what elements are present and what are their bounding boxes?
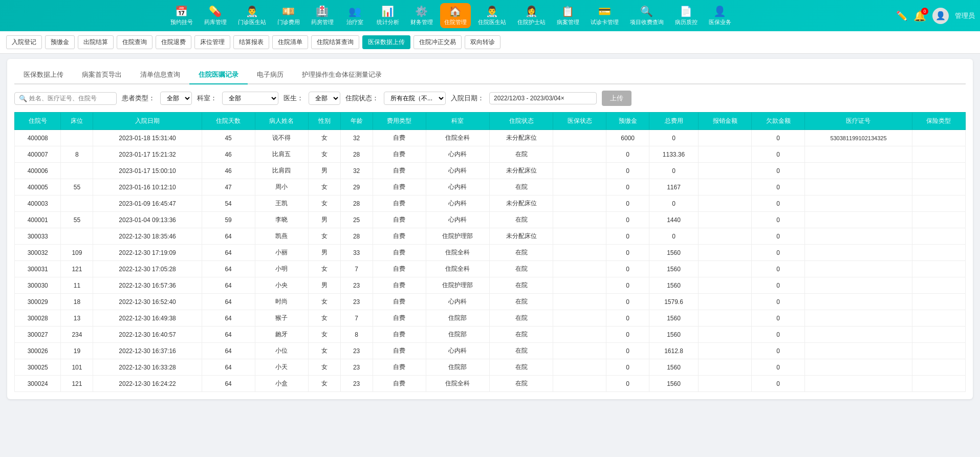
table-row[interactable]: 300026 19 2022-12-30 16:37:16 64 小位 女 23… (15, 343, 966, 359)
table-row[interactable]: 300025 101 2022-12-30 16:33:28 64 小天 女 2… (15, 359, 966, 376)
doctor-label: 医生： (284, 94, 303, 103)
cell-name: 小位 (255, 343, 308, 359)
nav-item-treatment[interactable]: 👥 治疗室 (341, 3, 369, 28)
upload-button[interactable]: 上传 (602, 91, 631, 106)
cell-fee-type: 自费 (373, 228, 426, 245)
cell-insurance-status (553, 261, 606, 277)
nav-item-inpatient-nurse[interactable]: 👩‍⚕️ 住院护士站 (513, 3, 550, 28)
cell-prepay: 0 (606, 228, 649, 245)
dept-select[interactable]: 全部 心内科 住院全科 住院护理部 住院部 (222, 92, 278, 105)
table-row[interactable]: 300029 18 2022-12-30 16:52:40 64 时尚 女 23… (15, 294, 966, 310)
table-row[interactable]: 300033 2022-12-30 18:35:46 64 凯燕 女 28 自费… (15, 228, 966, 245)
cell-age: 8 (340, 327, 373, 343)
cell-days: 54 (202, 195, 255, 212)
nav-item-history[interactable]: 📄 病历质控 (671, 3, 702, 28)
table-header-row: 住院号 床位 入院日期 住院天数 病人姓名 性别 年龄 费用类型 科室 住院状态… (15, 113, 966, 130)
table-row[interactable]: 300030 11 2022-12-30 16:57:36 64 小央 男 23… (15, 277, 966, 294)
table-row[interactable]: 400007 8 2023-01-17 15:21:32 46 比肩五 女 28… (15, 146, 966, 163)
cell-days: 64 (202, 228, 255, 245)
search-input[interactable] (29, 95, 111, 102)
btn-inpatient-list[interactable]: 住院清单 (272, 35, 308, 49)
cell-id: 400005 (15, 179, 61, 195)
btn-bed-mgmt[interactable]: 床位管理 (194, 35, 230, 49)
date-label: 入院日期： (451, 94, 484, 103)
table-row[interactable]: 300028 13 2022-12-30 16:49:38 64 猴子 女 7 … (15, 310, 966, 327)
table-row[interactable]: 300031 121 2022-12-30 17:05:28 64 小明 女 7… (15, 261, 966, 277)
table-row[interactable]: 400003 2023-01-09 16:45:47 54 王凯 女 28 自费… (15, 195, 966, 212)
tab-inpatient-records[interactable]: 住院医嘱记录 (189, 66, 248, 84)
doctor-select[interactable]: 全部 (309, 92, 340, 105)
pharmacy-icon: 💊 (209, 5, 222, 17)
date-range-input[interactable] (489, 92, 597, 104)
cell-status: 在院 (490, 310, 553, 327)
table-row[interactable]: 300027 234 2022-12-30 16:40:57 64 龅牙 女 8… (15, 327, 966, 343)
status-select[interactable]: 所有在院（不... 在院 出院 (384, 92, 446, 105)
nav-item-disease-mgmt[interactable]: 📋 病案管理 (553, 3, 583, 28)
nav-item-inpatient-doctor[interactable]: 👨‍⚕️ 住院医生站 (474, 3, 510, 28)
col-prepay: 预缴金 (606, 113, 649, 130)
btn-two-way[interactable]: 双向转诊 (465, 35, 500, 49)
tab-nursing-measure[interactable]: 护理操作生命体征测量记录 (293, 66, 391, 84)
top-navigation: 📅 预约挂号 💊 药库管理 👨‍⚕️ 门诊医生站 💴 门诊费用 🏥 药房管理 👥… (0, 0, 980, 31)
cell-insurance-type (912, 195, 965, 212)
cell-gender: 女 (308, 179, 340, 195)
col-insurance-type: 保险类型 (912, 113, 965, 130)
tab-medical-upload[interactable]: 医保数据上传 (14, 66, 73, 84)
btn-inpatient-query[interactable]: 住院查询 (117, 35, 153, 49)
cell-insurance-status (553, 376, 606, 392)
cell-name: 猴子 (255, 310, 308, 327)
inpatient-mgmt-icon: 🏠 (449, 5, 462, 17)
cell-medical-id (805, 376, 912, 392)
nav-item-outpatient[interactable]: 👨‍⚕️ 门诊医生站 (234, 3, 270, 28)
nav-item-project-fee[interactable]: 🔍 项目收费查询 (626, 3, 668, 28)
cell-medical-id (805, 212, 912, 228)
outpatient-icon: 👨‍⚕️ (246, 5, 258, 17)
main-content: 医保数据上传 病案首页导出 清单信息查询 住院医嘱记录 电子病历 护理操作生命体… (0, 54, 980, 409)
cell-dept: 住院全科 (426, 261, 489, 277)
btn-settlement-report[interactable]: 结算报表 (233, 35, 269, 49)
cell-admit-date: 2023-01-04 09:13:36 (93, 212, 202, 228)
cell-days: 47 (202, 179, 255, 195)
col-name: 病人姓名 (255, 113, 308, 130)
nav-item-scheduled[interactable]: 📅 预约挂号 (166, 3, 197, 28)
btn-admission[interactable]: 入院登记 (6, 35, 42, 49)
btn-inpatient-correct[interactable]: 住院冲正交易 (413, 35, 462, 49)
table-row[interactable]: 400001 55 2023-01-04 09:13:36 59 李晓 男 25… (15, 212, 966, 228)
search-wrap[interactable]: 🔍 (14, 92, 117, 105)
btn-inpatient-refund[interactable]: 住院退费 (156, 35, 191, 49)
nav-item-inpatient-mgmt[interactable]: 🏠 住院管理 (440, 3, 471, 28)
cell-owe: 0 (752, 130, 805, 146)
cell-days: 64 (202, 359, 255, 376)
cell-bed: 19 (61, 343, 93, 359)
patient-type-select[interactable]: 全部 医保 自费 其他 (160, 92, 192, 105)
table-row[interactable]: 400006 2023-01-17 15:00:10 46 比肩四 男 32 自… (15, 163, 966, 179)
btn-medical-upload[interactable]: 医保数据上传 (362, 35, 410, 49)
nav-item-outpatient-fee[interactable]: 💴 门诊费用 (273, 3, 304, 28)
cell-status: 在院 (490, 376, 553, 392)
table-row[interactable]: 400005 55 2023-01-16 10:12:10 47 周小 女 29… (15, 179, 966, 195)
bell-container[interactable]: 🔔 0 (913, 10, 926, 22)
btn-settlement-query[interactable]: 住院结算查询 (311, 35, 359, 49)
cell-status: 在院 (490, 343, 553, 359)
nav-item-trial-card[interactable]: 💳 试诊卡管理 (586, 3, 623, 28)
table-row[interactable]: 400008 2023-01-18 15:31:40 45 说不得 女 32 自… (15, 130, 966, 146)
medical-biz-icon: 👤 (713, 5, 726, 17)
nav-item-drug-mgmt[interactable]: 🏥 药房管理 (307, 3, 338, 28)
table-row[interactable]: 300024 121 2022-12-30 16:24:22 64 小盒 女 2… (15, 376, 966, 392)
btn-discharge[interactable]: 出院结算 (78, 35, 114, 49)
btn-prepay[interactable]: 预缴金 (45, 35, 75, 49)
cell-owe: 0 (752, 277, 805, 294)
nav-item-finance[interactable]: ⚙️ 财务管理 (406, 3, 437, 28)
nav-item-stats[interactable]: 📊 统计分析 (373, 3, 403, 28)
tab-electronic-record[interactable]: 电子病历 (248, 66, 293, 84)
cell-status: 在院 (490, 359, 553, 376)
nav-item-pharmacy-mgmt[interactable]: 💊 药库管理 (200, 3, 231, 28)
col-insurance-status: 医保状态 (553, 113, 606, 130)
edit-icon[interactable]: ✏️ (896, 10, 907, 21)
table-row[interactable]: 300032 109 2022-12-30 17:19:09 64 小丽 男 3… (15, 245, 966, 261)
nav-item-medical-biz[interactable]: 👤 医保业务 (705, 3, 735, 28)
tab-case-export[interactable]: 病案首页导出 (73, 66, 131, 84)
tab-detail-query[interactable]: 清单信息查询 (131, 66, 189, 84)
cell-prepay: 0 (606, 359, 649, 376)
cell-prepay: 0 (606, 294, 649, 310)
